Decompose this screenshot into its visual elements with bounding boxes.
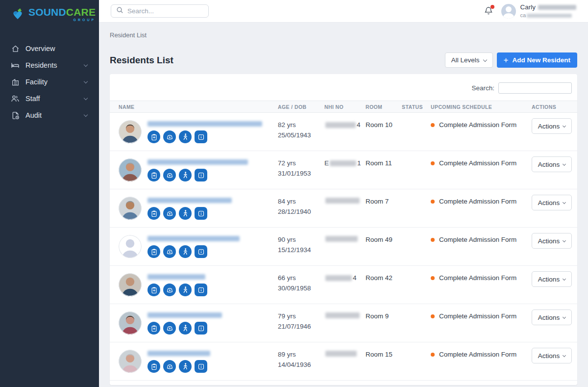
row-actions-button[interactable]: Actions [532,310,572,325]
clipboard-plus-icon[interactable] [147,130,160,143]
resident-dob: 30/09/1958 [278,284,324,294]
sidebar-item-audit[interactable]: Audit [0,107,99,124]
walking-person-icon[interactable] [179,322,192,335]
resident-name-cell [119,266,278,296]
bed-icon [11,61,20,70]
resident-photo-avatar [119,311,142,335]
nurse-cap-icon[interactable] [163,245,176,258]
schedule-status-dot [431,276,435,280]
resident-name-cell [119,113,278,143]
row-actions-button[interactable]: Actions [532,233,572,249]
room-cell: Room 42 [366,266,402,284]
row-actions-label: Actions [538,123,560,130]
walking-person-icon[interactable] [179,207,192,220]
clipboard-plus-icon[interactable] [147,207,160,220]
resident-table-row: 89 yrs 14/04/1936 Room 15 Complete Admis… [110,342,577,381]
level-filter-dropdown[interactable]: All Levels [445,52,493,68]
row-actions-button[interactable]: Actions [532,348,572,363]
sidebar-item-staff[interactable]: Staff [0,90,99,107]
upcoming-schedule-cell: Complete Admission Form [431,304,532,320]
row-actions-button[interactable]: Actions [532,118,572,134]
room-cell: Room 10 [366,113,402,130]
nhi-redacted [325,198,360,204]
resident-table-row: 82 yrs 25/05/1943 4 Room 10 Complete Adm… [110,113,577,151]
clipboard-plus-icon[interactable] [147,360,160,373]
resident-name-link[interactable] [147,197,233,204]
age-dob-cell: 66 yrs 30/09/1958 [278,266,324,294]
actions-cell: Actions [532,113,577,134]
status-cell [402,228,431,235]
brand-name-care: CARE [66,6,96,18]
schedule-status-dot [431,314,435,318]
sidebar-item-facility[interactable]: Facility [0,74,99,90]
upcoming-schedule-cell: Complete Admission Form [431,342,532,358]
resident-name-cell [119,189,278,220]
residents-table-card: Search: NameAge / DOBNHI NoRoomStatusUpc… [110,74,577,385]
resident-name-link[interactable] [147,273,207,280]
breadcrumb: Resident List [110,23,577,39]
global-search-input[interactable] [127,7,196,15]
resident-name-link[interactable] [147,350,212,357]
resident-name-link[interactable] [147,120,264,127]
global-search[interactable] [111,4,209,18]
resident-quick-icons [147,130,264,143]
resident-name-link[interactable] [147,235,241,242]
walking-person-icon[interactable] [179,284,192,296]
resident-name-redacted [147,121,262,127]
nurse-cap-icon[interactable] [163,284,176,296]
table-search-input[interactable] [498,82,572,94]
nhi-cell [324,189,366,204]
info-icon[interactable] [195,360,207,373]
actions-cell: Actions [532,304,577,325]
row-actions-label: Actions [538,237,560,245]
info-icon[interactable] [195,284,207,296]
info-icon[interactable] [195,245,207,258]
brand-name-sound: SOUND [28,6,66,18]
clipboard-plus-icon[interactable] [147,245,160,258]
walking-person-icon[interactable] [179,130,192,143]
home-icon [11,44,20,53]
walking-person-icon[interactable] [179,360,192,373]
nhi-redacted [325,312,360,318]
nurse-cap-icon[interactable] [163,207,176,220]
nurse-cap-icon[interactable] [163,360,176,373]
notifications-bell-icon[interactable] [484,6,494,17]
info-icon[interactable] [195,207,207,220]
clipboard-plus-icon[interactable] [147,322,160,335]
schedule-task-label: Complete Admission Form [439,312,516,320]
add-new-resident-label: Add New Resident [512,56,570,64]
room-cell: Room 7 [366,189,402,207]
info-icon[interactable] [195,169,207,181]
resident-name-cell [119,304,278,335]
plus-icon: + [504,56,509,64]
chevron-down-icon [563,238,566,242]
clipboard-plus-icon[interactable] [147,169,160,181]
clipboard-plus-icon[interactable] [147,284,160,296]
resident-name-link[interactable] [147,158,249,165]
add-new-resident-button[interactable]: + Add New Resident [497,52,577,68]
upcoming-schedule-cell: Complete Admission Form [431,151,532,167]
sidebar-item-overview[interactable]: Overview [0,40,99,57]
row-actions-button[interactable]: Actions [532,271,572,287]
brand-logo[interactable]: SOUNDCARE GROUP [0,0,99,29]
age-dob-cell: 89 yrs 14/04/1936 [278,342,324,370]
age-dob-cell: 90 yrs 15/12/1934 [278,228,324,256]
nurse-cap-icon[interactable] [163,169,176,181]
info-icon[interactable] [195,130,207,143]
main-area: Carly ca Resident List Residents List [99,0,588,387]
info-icon[interactable] [195,322,207,335]
resident-name-redacted [147,236,240,241]
sidebar-item-residents[interactable]: Residents [0,57,99,74]
sidebar-item-label: Audit [25,111,78,119]
resident-name-link[interactable] [147,311,223,318]
status-cell [402,304,431,311]
nurse-cap-icon[interactable] [163,130,176,143]
nurse-cap-icon[interactable] [163,322,176,335]
row-actions-button[interactable]: Actions [532,156,572,172]
walking-person-icon[interactable] [179,245,192,258]
row-actions-button[interactable]: Actions [532,195,572,210]
page-title: Residents List [110,55,173,66]
user-menu[interactable]: Carly ca [501,3,576,19]
schedule-status-dot [431,200,435,204]
walking-person-icon[interactable] [179,169,192,181]
